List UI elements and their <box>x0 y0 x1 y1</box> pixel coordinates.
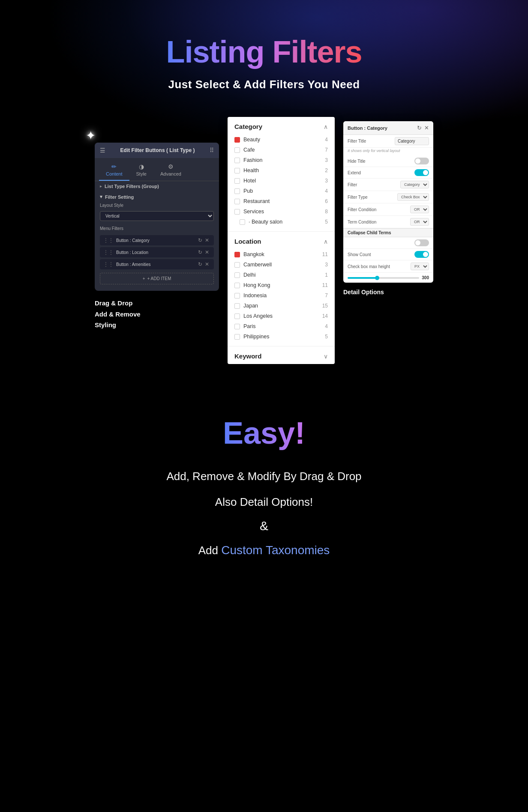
right-panel-close-button[interactable]: ✕ <box>424 125 429 131</box>
filter-type-label: Filter Type <box>348 195 397 200</box>
slider-track[interactable] <box>348 277 419 279</box>
filter-amenities-settings-button[interactable]: ↻ <box>197 261 204 267</box>
filter-item-location: ⋮⋮ Button : Location ↻ ✕ <box>100 247 214 257</box>
collapse-child-label: Collapse Child Terms <box>343 228 433 237</box>
checkbox-max-height-unit-select[interactable]: PX <box>411 263 429 270</box>
right-panel-title: Button : Category <box>348 125 387 131</box>
filter-location-remove-button[interactable]: ✕ <box>204 249 210 255</box>
sparkle-decoration: ✦ <box>86 128 96 143</box>
tab-style-label: Style <box>136 171 147 176</box>
layout-select[interactable]: Vertical <box>100 211 214 221</box>
filter-title-row: Filter Title <box>343 135 433 148</box>
filter-row: Filter Category <box>343 179 433 191</box>
left-panel: ☰ Edit Filter Buttons ( List Type ) ⠿ ✏ … <box>95 143 219 291</box>
bottom-text-2: Also Detail Options! <box>215 493 313 511</box>
filter-condition-select[interactable]: OR <box>410 206 429 213</box>
right-panel: Button : Category ↻ ✕ Filter Title It sh… <box>343 121 433 283</box>
tab-style[interactable]: ◑ Style <box>129 160 153 181</box>
page-subtitle: Just Select & Add Filters You Need <box>168 78 360 91</box>
category-item-beauty: Beauty 4 <box>228 134 335 145</box>
checkbox-max-height-row: Check box max height PX <box>343 260 433 273</box>
category-checkbox-cafe[interactable] <box>234 147 240 153</box>
slider-row: 300 <box>343 273 433 283</box>
category-count-cafe: 7 <box>325 147 328 153</box>
right-panel-refresh-button[interactable]: ↻ <box>417 125 422 131</box>
category-checkbox-fashion[interactable] <box>234 158 240 163</box>
gear-icon: ⚙ <box>168 163 174 170</box>
list-type-group[interactable]: ▸ List Type Filters (Group) <box>95 181 219 191</box>
bottom-text-1: Add, Remove & Modify By Drag & Drop <box>166 468 361 486</box>
location-checkbox-hongkong[interactable] <box>234 283 240 288</box>
filter-location-settings-button[interactable]: ↻ <box>197 249 204 255</box>
location-section-header[interactable]: Location ∧ <box>228 232 335 249</box>
extend-toggle[interactable] <box>414 169 429 176</box>
category-count-restaurant: 6 <box>325 198 328 204</box>
location-checkbox-indonesia[interactable] <box>234 293 240 299</box>
filter-title-input[interactable] <box>395 137 429 145</box>
tab-content[interactable]: ✏ Content <box>99 160 129 181</box>
filter-amenities-remove-button[interactable]: ✕ <box>204 261 210 267</box>
filter-type-select[interactable]: Check Box <box>397 193 429 201</box>
location-name-camberwell: Camberwell <box>243 262 321 268</box>
category-count-health: 2 <box>325 167 328 173</box>
category-name-beauty: Beauty <box>243 137 321 143</box>
category-checkbox-services[interactable] <box>234 209 240 215</box>
tab-advanced[interactable]: ⚙ Advanced <box>153 160 188 181</box>
filter-select[interactable]: Category <box>400 181 429 188</box>
location-count-losangeles: 14 <box>322 313 328 319</box>
category-count-beauty: 4 <box>325 137 328 143</box>
filter-category-label: Button : Category <box>116 238 197 243</box>
hide-title-toggle[interactable] <box>414 158 429 164</box>
location-item-philippines: Philippines 5 <box>228 331 335 342</box>
slider-thumb[interactable] <box>375 276 379 280</box>
term-condition-select[interactable]: OR <box>410 218 429 226</box>
right-panel-header-icons: ↻ ✕ <box>417 125 429 131</box>
category-checkbox-beauty[interactable] <box>234 137 240 143</box>
category-checkbox-restaurant[interactable] <box>234 199 240 204</box>
filter-category-settings-button[interactable]: ↻ <box>197 237 204 243</box>
slider-value: 300 <box>422 275 429 280</box>
add-item-label: + ADD ITEM <box>147 276 171 281</box>
custom-tax-link[interactable]: Custom Taxonomies <box>221 543 330 557</box>
collapse-child-toggle[interactable] <box>414 239 429 246</box>
location-count-paris: 4 <box>325 323 328 329</box>
location-title: Location <box>234 238 261 245</box>
location-checkbox-delhi[interactable] <box>234 272 240 278</box>
drag-drop-description: Drag & DropAdd & RemoveStyling <box>95 298 141 331</box>
show-count-toggle[interactable] <box>414 251 429 258</box>
add-item-button[interactable]: + + ADD ITEM <box>100 273 214 284</box>
category-checkbox-hotel[interactable] <box>234 178 240 184</box>
location-item-losangeles: Los Angeles 14 <box>228 311 335 321</box>
filter-category-remove-button[interactable]: ✕ <box>204 237 210 243</box>
layout-select-row: Vertical <box>95 210 219 224</box>
category-checkbox-pub[interactable] <box>234 188 240 194</box>
filter-item-category: ⋮⋮ Button : Category ↻ ✕ <box>100 235 214 245</box>
category-checkbox-health[interactable] <box>234 168 240 173</box>
location-checkbox-camberwell[interactable] <box>234 262 240 268</box>
filter-location-label: Button : Location <box>116 250 197 255</box>
filter-title-label: Filter Title <box>348 139 395 143</box>
location-checkbox-bangkok[interactable] <box>234 252 240 257</box>
location-name-hongkong: Hong Kong <box>243 282 319 288</box>
category-name-restaurant: Restaurant <box>243 198 321 204</box>
bottom-section: Easy! Add, Remove & Modify By Drag & Dro… <box>0 398 528 602</box>
middle-panel: Category ∧ Beauty 4 Cafe 7 Fashion <box>228 117 335 364</box>
location-checkbox-philippines[interactable] <box>234 334 240 340</box>
keyword-section-header[interactable]: Keyword ∨ <box>228 346 335 364</box>
location-item-bangkok: Bangkok 11 <box>228 249 335 260</box>
location-checkbox-losangeles[interactable] <box>234 313 240 319</box>
category-count-beauty-salon: 5 <box>325 219 328 225</box>
keyword-chevron-icon: ∨ <box>324 353 328 360</box>
page-container: Listing Filters Just Select & Add Filter… <box>0 0 528 602</box>
location-checkbox-japan[interactable] <box>234 303 240 309</box>
style-icon: ◑ <box>139 163 144 170</box>
filter-amenities-label: Button : Amenities <box>116 262 197 267</box>
category-checkbox-beauty-salon[interactable] <box>240 219 245 225</box>
location-checkbox-paris[interactable] <box>234 324 240 329</box>
category-section-header[interactable]: Category ∧ <box>228 117 335 134</box>
category-name-health: Health <box>243 167 321 173</box>
page-title: Listing Filters <box>166 34 362 69</box>
category-item-restaurant: Restaurant 6 <box>228 196 335 206</box>
term-condition-row: Term Condition OR <box>343 216 433 228</box>
pencil-icon: ✏ <box>111 163 117 170</box>
